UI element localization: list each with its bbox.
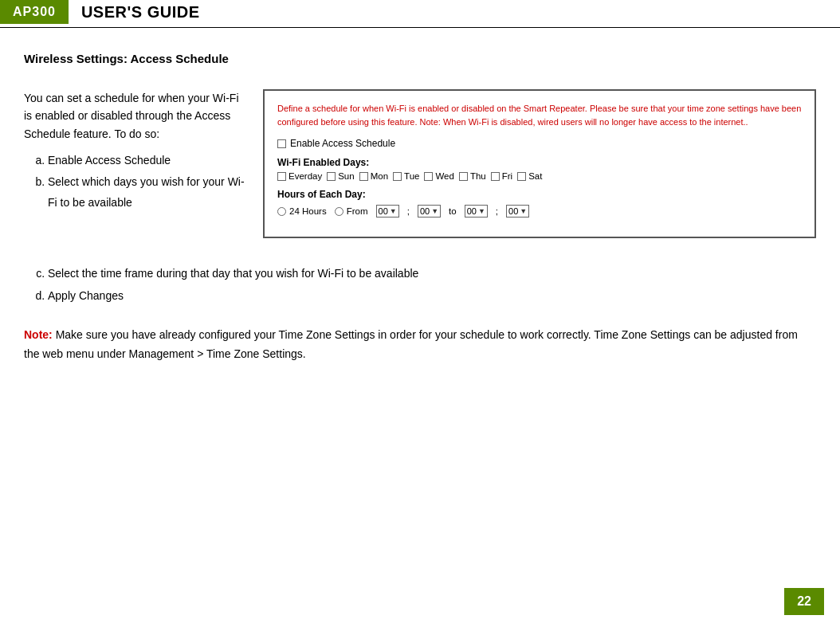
select-val-4: 00 xyxy=(508,206,518,216)
select-hour-from1[interactable]: 00 ▼ xyxy=(376,205,399,218)
select-min-to1[interactable]: 00 ▼ xyxy=(506,205,529,218)
list-item: Apply Changes xyxy=(48,284,816,307)
radio-24h-button[interactable] xyxy=(277,207,286,216)
wifi-days-label: Wi-Fi Enabled Days: xyxy=(277,157,802,168)
full-steps-list: Select the time frame during that day th… xyxy=(48,262,816,307)
steps-inline-list: Enable Access Schedule Select which days… xyxy=(48,151,247,213)
checkbox-sun[interactable] xyxy=(327,172,336,181)
checkbox-sat[interactable] xyxy=(517,172,526,181)
hours-section: Hours of Each Day: 24 Hours From 00 ▼ ; xyxy=(277,189,802,218)
page-title: Wireless Settings: Access Schedule xyxy=(24,52,816,65)
page-header: AP300 USER'S GUIDE xyxy=(0,0,840,28)
day-label-thu: Thu xyxy=(470,171,486,181)
panel-box: Define a schedule for when Wi-Fi is enab… xyxy=(263,89,816,238)
checkbox-everday[interactable] xyxy=(277,172,286,181)
note-label: Note: xyxy=(24,328,53,341)
to-label: to xyxy=(449,206,457,216)
colon-sep2: ; xyxy=(496,206,498,216)
select-hour-to1[interactable]: 00 ▼ xyxy=(465,205,488,218)
main-content: Wireless Settings: Access Schedule You c… xyxy=(0,44,840,388)
steps-inline-container: Enable Access Schedule Select which days… xyxy=(24,151,247,213)
days-row: Everday Sun Mon Tue xyxy=(277,171,802,181)
checkbox-tue[interactable] xyxy=(393,172,402,181)
enable-access-schedule-checkbox[interactable] xyxy=(277,139,286,148)
note-text: Make sure you have already configured yo… xyxy=(24,328,798,360)
select-min-from1[interactable]: 00 ▼ xyxy=(418,205,441,218)
select-val-1: 00 xyxy=(379,206,388,216)
day-sat: Sat xyxy=(517,171,542,181)
radio-from: From xyxy=(335,206,368,216)
select-val-3: 00 xyxy=(467,206,477,216)
day-label-wed: Wed xyxy=(435,171,453,181)
select-val-2: 00 xyxy=(420,206,430,216)
guide-title: USER'S GUIDE xyxy=(69,3,200,22)
radio-from-label: From xyxy=(347,206,368,216)
day-label-fri: Fri xyxy=(502,171,512,181)
enable-access-schedule-label: Enable Access Schedule xyxy=(290,138,395,149)
day-tue: Tue xyxy=(393,171,419,181)
enable-access-schedule-row: Enable Access Schedule xyxy=(277,138,802,149)
brand-label: AP300 xyxy=(0,0,69,24)
chevron-down-icon: ▼ xyxy=(478,207,485,215)
intro-block: You can set a schedule for when your Wi-… xyxy=(24,89,247,214)
day-mon: Mon xyxy=(359,171,388,181)
day-everday: Everday xyxy=(277,171,322,181)
day-label-sun: Sun xyxy=(338,171,354,181)
day-thu: Thu xyxy=(459,171,486,181)
note-section: Note: Make sure you have already configu… xyxy=(24,326,816,364)
day-label-mon: Mon xyxy=(371,171,388,181)
chevron-down-icon: ▼ xyxy=(520,207,527,215)
radio-from-button[interactable] xyxy=(335,207,343,216)
day-sun: Sun xyxy=(327,171,354,181)
day-wed: Wed xyxy=(424,171,453,181)
panel-info-text: Define a schedule for when Wi-Fi is enab… xyxy=(277,102,802,128)
chevron-down-icon: ▼ xyxy=(390,207,397,215)
list-item: Select which days you wish for your Wi-F… xyxy=(48,172,247,212)
radio-24h-label: 24 Hours xyxy=(289,206,327,216)
page-number: 22 xyxy=(784,588,824,615)
colon-sep1: ; xyxy=(407,206,410,216)
hours-row: 24 Hours From 00 ▼ ; 00 ▼ to xyxy=(277,205,802,218)
radio-24hours: 24 Hours xyxy=(277,206,327,216)
checkbox-fri[interactable] xyxy=(491,172,500,181)
day-label-everday: Everday xyxy=(289,171,322,181)
main-layout: You can set a schedule for when your Wi-… xyxy=(24,89,816,238)
hours-label: Hours of Each Day: xyxy=(277,189,802,200)
day-label-sat: Sat xyxy=(528,171,542,181)
chevron-down-icon: ▼ xyxy=(431,207,438,215)
list-item: Enable Access Schedule xyxy=(48,151,247,170)
full-steps-container: Select the time frame during that day th… xyxy=(24,262,816,307)
checkbox-thu[interactable] xyxy=(459,172,468,181)
wifi-days-section: Wi-Fi Enabled Days: Everday Sun Mon xyxy=(277,157,802,181)
checkbox-wed[interactable] xyxy=(424,172,433,181)
checkbox-mon[interactable] xyxy=(359,172,368,181)
day-label-tue: Tue xyxy=(404,171,419,181)
intro-paragraph: You can set a schedule for when your Wi-… xyxy=(24,89,247,143)
list-item: Select the time frame during that day th… xyxy=(48,262,816,284)
day-fri: Fri xyxy=(491,171,512,181)
